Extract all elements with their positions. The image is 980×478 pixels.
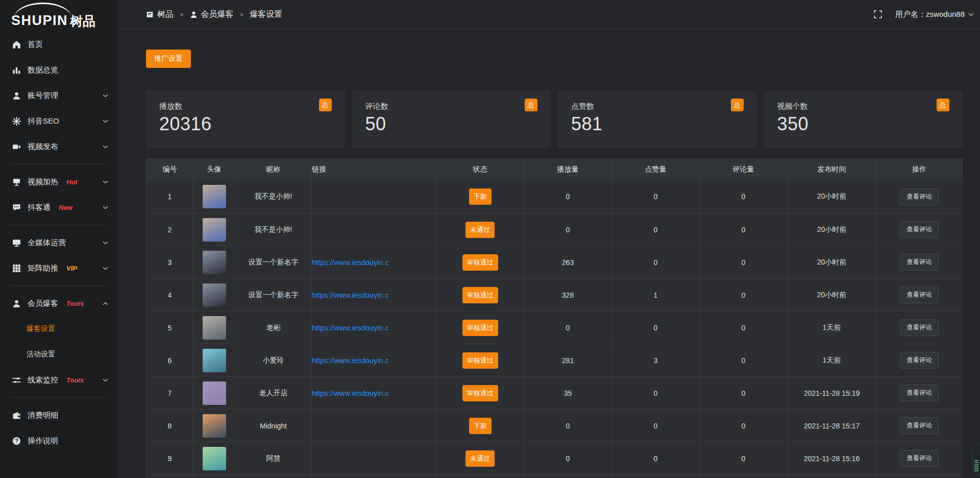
- view-comments-button[interactable]: 查看评论: [900, 319, 939, 336]
- sidebar-item-douketong[interactable]: 抖客通 New: [0, 195, 117, 220]
- stat-card-top: 视频个数 总: [777, 102, 950, 111]
- cell-avatar: [193, 213, 235, 246]
- chevron-down-icon: [103, 206, 108, 209]
- breadcrumb-item-2[interactable]: 会员爆客: [190, 9, 234, 20]
- video-link[interactable]: https://www.iesdouyin.c: [312, 356, 389, 365]
- video-link[interactable]: https://www.iesdouyin.c: [312, 291, 389, 299]
- video-link[interactable]: https://www.iesdouyin.c: [312, 324, 389, 332]
- column-header-time: 发布时间: [788, 159, 876, 180]
- cell-status: 未通过: [436, 213, 524, 246]
- stat-value: 20316: [159, 113, 332, 135]
- stat-label: 点赞数: [571, 102, 594, 111]
- cell-status: 审核通过: [436, 279, 524, 311]
- cell-plays: 0: [524, 442, 612, 474]
- cell-link: https://www.iesdouyin.c: [312, 312, 436, 344]
- sidebar: SHUPIN 树品 首页 数据总览 账号管理 抖音SEO 视频发布 视频加热 H…: [0, 0, 117, 478]
- fullscreen-icon[interactable]: [874, 10, 882, 18]
- sidebar-item-media-operation[interactable]: 全媒体运营: [0, 230, 117, 255]
- cell-link: [312, 213, 436, 246]
- chevron-down-icon: [103, 94, 108, 98]
- sidebar-item-label: 抖客通: [28, 203, 51, 212]
- cell-likes: 0: [612, 246, 700, 278]
- sidebar-item-member-baoke[interactable]: 会员爆客 Tools: [0, 291, 117, 316]
- stat-label: 评论数: [365, 102, 388, 111]
- cell-action: 查看评论: [876, 344, 962, 376]
- sidebar-subitem-baoke-settings[interactable]: 爆客设置: [0, 316, 117, 342]
- sidebar-item-account-manage[interactable]: 账号管理: [0, 83, 117, 108]
- avatar: [203, 316, 226, 340]
- sidebar-divider: [9, 397, 108, 398]
- cell-id: 5: [146, 312, 193, 344]
- cell-action: 查看评论: [876, 180, 962, 213]
- cell-comments: 0: [700, 213, 788, 246]
- sidebar-item-label: 抖音SEO: [28, 116, 59, 126]
- stat-value: 50: [365, 113, 538, 135]
- view-comments-button[interactable]: 查看评论: [900, 254, 939, 271]
- username-label: 用户名：zswodun88: [895, 10, 965, 19]
- stat-total-badge: 总: [731, 99, 744, 111]
- video-link[interactable]: https://www.iesdouyin.c: [312, 258, 389, 267]
- sidebar-item-clue-monitor[interactable]: 线索监控 Tools: [0, 367, 117, 393]
- cell-status: 未通过: [436, 442, 524, 474]
- stat-total-badge: 总: [525, 99, 537, 111]
- cell-nickname: 设置一个新名字: [235, 279, 312, 311]
- promo-settings-button[interactable]: 推广设置: [146, 50, 191, 68]
- sidebar-item-label: 账号管理: [28, 91, 58, 101]
- sidebar-item-video-heat[interactable]: 视频加热 Hot: [0, 169, 117, 195]
- avatar: [203, 218, 226, 242]
- view-comments-button[interactable]: 查看评论: [900, 286, 939, 303]
- stat-card-top: 点赞数 总: [571, 102, 744, 111]
- breadcrumb-label: 爆客设置: [250, 9, 282, 20]
- cell-time: 20小时前: [788, 213, 876, 246]
- chevron-down-icon: [968, 13, 974, 16]
- table-row-8: 8 Midnight 下架 0 0 0 2021-11-28 15:17 查看评…: [146, 409, 962, 442]
- breadcrumb-separator: >: [180, 11, 184, 18]
- cell-time: 2021-11-28 15:19: [788, 377, 876, 409]
- cell-avatar: [193, 442, 235, 474]
- sidebar-divider: [9, 285, 108, 286]
- view-comments-button[interactable]: 查看评论: [900, 417, 939, 434]
- breadcrumb-item-1[interactable]: 树品: [146, 9, 174, 20]
- sidebar-subitem-label: 爆客设置: [27, 324, 55, 333]
- cell-link: https://www.iesdouyin.c: [312, 377, 436, 409]
- sidebar-item-consume-detail[interactable]: 消费明细: [0, 402, 117, 428]
- view-comments-button[interactable]: 查看评论: [900, 450, 939, 467]
- monitor-icon: [12, 238, 21, 247]
- sidebar-item-label: 矩阵助推: [28, 264, 58, 273]
- app-logo[interactable]: SHUPIN 树品: [0, 0, 117, 32]
- app-root: SHUPIN 树品 首页 数据总览 账号管理 抖音SEO 视频发布 视频加热 H…: [0, 0, 980, 478]
- cell-comments: 0: [700, 410, 788, 442]
- floating-widget[interactable]: [972, 444, 980, 475]
- sidebar-item-data-overview[interactable]: 数据总览: [0, 57, 117, 83]
- column-header-likes: 点赞量: [612, 159, 700, 180]
- cell-comments: 0: [700, 377, 788, 409]
- sidebar-item-operation-guide[interactable]: ? 操作说明: [0, 428, 117, 453]
- sidebar-item-home[interactable]: 首页: [0, 32, 117, 57]
- cell-id: 4: [146, 279, 193, 311]
- cell-comments: 0: [700, 344, 788, 376]
- video-link[interactable]: https://www.iesdouyin.c: [312, 389, 389, 397]
- table-row-9: 9 阿慧 未通过 0 0 0 2021-11-28 15:16 查看评论: [146, 442, 962, 474]
- cell-comments: 0: [700, 279, 788, 311]
- cell-plays: 328: [524, 279, 612, 311]
- view-comments-button[interactable]: 查看评论: [900, 385, 939, 401]
- cell-action: 查看评论: [876, 410, 962, 442]
- view-comments-button[interactable]: 查看评论: [900, 221, 939, 238]
- cell-id: 9: [146, 442, 193, 474]
- cell-link: [312, 410, 436, 442]
- sidebar-subitem-activity-settings[interactable]: 活动设置: [0, 342, 117, 367]
- breadcrumb-label: 会员爆客: [201, 9, 234, 20]
- chevron-down-icon: [103, 241, 108, 245]
- sidebar-item-video-publish[interactable]: 视频发布: [0, 134, 117, 159]
- cell-plays: 0: [524, 312, 612, 344]
- cell-nickname: Midnight: [235, 410, 312, 442]
- view-comments-button[interactable]: 查看评论: [900, 352, 939, 369]
- sliders-icon: [12, 376, 21, 385]
- sidebar-item-matrix-boost[interactable]: 矩阵助推 VIP: [0, 255, 117, 281]
- username-menu[interactable]: 用户名：zswodun88: [895, 10, 974, 19]
- view-comments-button[interactable]: 查看评论: [900, 188, 939, 205]
- avatar: [203, 185, 226, 208]
- sidebar-item-douyin-seo[interactable]: 抖音SEO: [0, 108, 117, 134]
- stat-total-badge: 总: [319, 99, 332, 111]
- cell-action: 查看评论: [876, 279, 962, 311]
